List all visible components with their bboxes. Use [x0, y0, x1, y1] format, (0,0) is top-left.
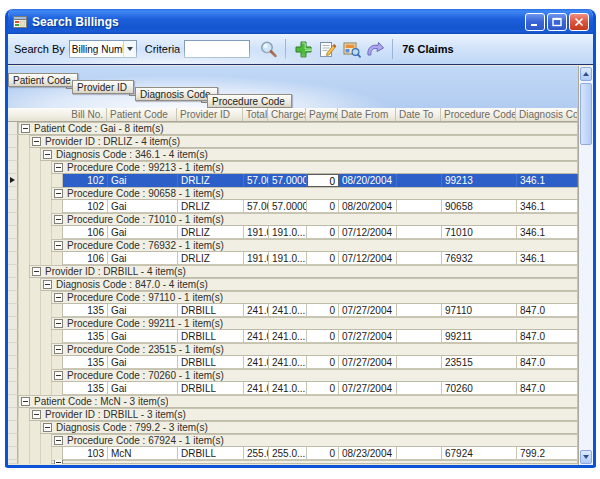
group-row-body[interactable]: Provider ID : DRBILL - 3 item(s)	[29, 408, 578, 421]
cell-payments[interactable]: 0	[307, 252, 339, 265]
data-row[interactable]: 135GaiDRBILL241.0...241.0...007/27/20042…	[8, 356, 578, 369]
cell-provider-id[interactable]: DRLIZ	[178, 200, 244, 213]
scroll-down-button[interactable]	[580, 450, 592, 464]
combo-dropdown-button[interactable]	[123, 41, 136, 57]
search-by-select[interactable]: Billing Number	[69, 40, 137, 58]
collapse-icon[interactable]	[54, 241, 63, 250]
edit-button[interactable]	[316, 38, 338, 60]
groupby-box-provider-id[interactable]: Provider ID	[72, 80, 134, 94]
group-row-body[interactable]: Procedure Code : 97110 - 1 item(s)	[51, 291, 578, 304]
cell-patient-code[interactable]: Gai	[108, 200, 178, 213]
cell-date-to[interactable]	[397, 174, 442, 187]
cell-procedure-code[interactable]: 67924	[442, 447, 517, 460]
close-button[interactable]	[569, 13, 589, 31]
cell-diagnosis-code[interactable]: 799.2	[517, 447, 578, 460]
cell-bill-no[interactable]: 135	[63, 356, 108, 369]
row-indicator[interactable]	[8, 291, 18, 304]
cell-charges[interactable]: 241.0...	[269, 382, 307, 395]
cell-provider-id[interactable]: DRLIZ	[178, 252, 244, 265]
group-row[interactable]: Patient Code : McN - 3 item(s)	[8, 395, 578, 408]
row-indicator[interactable]	[8, 265, 18, 278]
cell-payments[interactable]: 0	[307, 226, 339, 239]
groupby-box-diagnosis-code[interactable]: Diagnosis Code	[135, 87, 218, 101]
collapse-icon[interactable]	[54, 215, 63, 224]
data-row[interactable]: 106GaiDRLIZ191.0...191.0...007/12/200476…	[8, 252, 578, 265]
column-header-payments[interactable]: Payme...	[306, 108, 338, 121]
cell-bill-no[interactable]: 106	[63, 226, 108, 239]
column-header-patient-code[interactable]: Patient Code	[107, 108, 177, 121]
cell-date-from[interactable]: 08/20/2004	[339, 174, 397, 187]
cell-date-to[interactable]	[397, 382, 442, 395]
cell-total[interactable]: 255.0...	[244, 447, 269, 460]
column-header-date-from[interactable]: Date From	[338, 108, 396, 121]
collapse-icon[interactable]	[32, 137, 41, 146]
cell-total[interactable]: 57.00...	[244, 200, 269, 213]
titlebar[interactable]: Search Billings	[8, 9, 593, 34]
data-row[interactable]: 103McNDRBILL255.0...255.0...008/23/20046…	[8, 447, 578, 460]
cell-charges[interactable]: 57.0000	[269, 200, 307, 213]
collapse-icon[interactable]	[21, 124, 30, 133]
cell-charges[interactable]: 191.0...	[269, 226, 307, 239]
column-header-total[interactable]: Total	[243, 108, 268, 121]
row-indicator[interactable]	[8, 330, 18, 343]
group-row[interactable]: Procedure Code : 23515 - 1 item(s)	[8, 343, 578, 356]
cell-bill-no[interactable]: 135	[63, 382, 108, 395]
groupby-box-procedure-code[interactable]: Procedure Code	[207, 94, 292, 108]
cell-bill-no[interactable]: 135	[63, 304, 108, 317]
cell-provider-id[interactable]: DRLIZ	[178, 174, 244, 187]
group-row-body[interactable]: Diagnosis Code : 799.2 - 3 item(s)	[40, 421, 578, 434]
cell-charges[interactable]: 241.0...	[269, 304, 307, 317]
cell-patient-code[interactable]: Gai	[108, 382, 178, 395]
row-indicator[interactable]	[8, 239, 18, 252]
row-indicator[interactable]	[8, 200, 18, 213]
cell-procedure-code[interactable]: 71010	[442, 226, 517, 239]
cell-date-from[interactable]: 07/12/2004	[339, 226, 397, 239]
cell-payments[interactable]: 0	[307, 200, 339, 213]
cell-date-from[interactable]: 08/20/2004	[339, 200, 397, 213]
cell-procedure-code[interactable]: 23515	[442, 356, 517, 369]
group-row[interactable]: Procedure Code : 90658 - 1 item(s)	[8, 187, 578, 200]
column-header-provider-id[interactable]: Provider ID	[177, 108, 243, 121]
cell-provider-id[interactable]: DRBILL	[178, 447, 244, 460]
cell-patient-code[interactable]: Gai	[108, 252, 178, 265]
cell-date-from[interactable]: 07/27/2004	[339, 356, 397, 369]
group-row[interactable]: Procedure Code : 76932 - 1 item(s)	[8, 239, 578, 252]
cell-bill-no[interactable]: 102	[63, 200, 108, 213]
cell-date-from[interactable]: 07/27/2004	[339, 330, 397, 343]
group-row[interactable]: Diagnosis Code : 847.0 - 4 item(s)	[8, 278, 578, 291]
row-indicator[interactable]	[8, 226, 18, 239]
row-indicator[interactable]	[8, 421, 18, 434]
group-row-body[interactable]: Procedure Code : 23515 - 1 item(s)	[51, 343, 578, 356]
cell-diagnosis-code[interactable]: 847.0	[517, 304, 578, 317]
cell-date-from[interactable]: 07/27/2004	[339, 304, 397, 317]
collapse-icon[interactable]	[21, 397, 30, 406]
row-indicator[interactable]	[8, 148, 18, 161]
cell-charges[interactable]: 57.0000	[269, 174, 307, 187]
cell-patient-code[interactable]: Gai	[108, 330, 178, 343]
group-row[interactable]: Provider ID : DRLIZ - 4 item(s)	[8, 135, 578, 148]
collapse-icon[interactable]	[32, 267, 41, 276]
row-indicator[interactable]	[8, 122, 18, 135]
maximize-button[interactable]	[547, 13, 567, 31]
data-row[interactable]: 102GaiDRLIZ57.00...57.0000008/20/2004906…	[8, 200, 578, 213]
collapse-icon[interactable]	[54, 436, 63, 445]
column-header-date-to[interactable]: Date To	[396, 108, 441, 121]
group-row[interactable]: Procedure Code : 99213 - 1 item(s)	[8, 161, 578, 174]
report-button[interactable]	[340, 38, 362, 60]
cell-total[interactable]: 57.00...	[244, 174, 269, 187]
cell-date-to[interactable]	[397, 330, 442, 343]
groupby-panel[interactable]: Patient Code Provider ID Diagnosis Code …	[8, 66, 578, 108]
group-row-body[interactable]	[51, 460, 578, 464]
group-row-body[interactable]: Provider ID : DRLIZ - 4 item(s)	[29, 135, 578, 148]
search-button[interactable]	[257, 38, 279, 60]
group-row-body[interactable]: Procedure Code : 67924 - 1 item(s)	[51, 434, 578, 447]
collapse-icon[interactable]	[43, 423, 52, 432]
collapse-icon[interactable]	[54, 293, 63, 302]
cell-payments[interactable]: 0	[307, 304, 339, 317]
group-row-body[interactable]: Diagnosis Code : 346.1 - 4 item(s)	[40, 148, 578, 161]
group-row-body[interactable]: Procedure Code : 90658 - 1 item(s)	[51, 187, 578, 200]
cell-charges[interactable]: 255.0...	[269, 447, 307, 460]
cell-provider-id[interactable]: DRBILL	[178, 382, 244, 395]
data-row[interactable]: 102GaiDRLIZ57.00...57.0000008/20/2004992…	[8, 174, 578, 187]
group-row[interactable]: Procedure Code : 99211 - 1 item(s)	[8, 317, 578, 330]
